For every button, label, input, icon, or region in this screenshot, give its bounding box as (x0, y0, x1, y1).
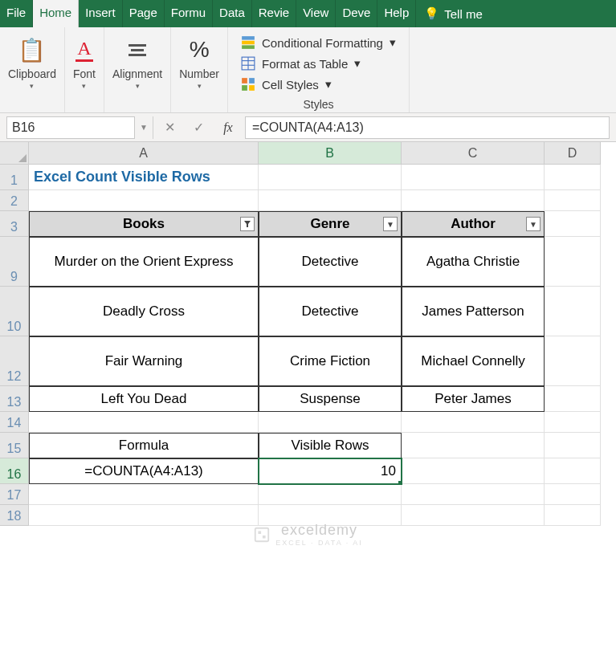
table-header-books[interactable]: Books (29, 211, 259, 237)
row-header[interactable]: 15 (0, 433, 29, 458)
cell[interactable] (402, 484, 545, 505)
format-as-table-button[interactable]: Format as Table ▾ (241, 53, 361, 74)
cell[interactable] (545, 190, 601, 211)
row-header[interactable]: 9 (0, 237, 29, 287)
svg-rect-11 (255, 527, 269, 541)
formula-input[interactable] (245, 116, 610, 139)
cell[interactable] (29, 484, 259, 505)
cell[interactable] (402, 165, 545, 190)
tab-formulas[interactable]: Formu (165, 0, 213, 27)
row-header[interactable]: 2 (0, 190, 29, 211)
row-header[interactable]: 12 (0, 336, 29, 386)
cell[interactable] (545, 336, 601, 386)
chevron-down-icon[interactable]: ▾ (198, 82, 202, 90)
cell[interactable] (402, 412, 545, 433)
tell-me-search[interactable]: 💡 Tell me (416, 0, 491, 27)
cell[interactable] (259, 165, 402, 190)
col-header-c[interactable]: C (402, 142, 545, 165)
cell[interactable] (545, 433, 601, 458)
cell[interactable] (29, 190, 259, 211)
tab-review[interactable]: Revie (252, 0, 296, 27)
table-cell[interactable]: Deadly Cross (29, 287, 259, 336)
filter-dropdown-icon[interactable]: ▼ (526, 217, 541, 231)
name-box[interactable] (6, 116, 135, 139)
cell[interactable] (259, 190, 402, 211)
tab-data[interactable]: Data (213, 0, 252, 27)
filter-dropdown-icon[interactable]: ▼ (383, 217, 398, 231)
cell[interactable] (545, 412, 601, 433)
table-cell[interactable]: Crime Fiction (259, 336, 402, 386)
cell[interactable] (545, 458, 601, 484)
chevron-down-icon[interactable]: ▾ (82, 82, 86, 90)
col-header-d[interactable]: D (545, 142, 601, 165)
tab-insert[interactable]: Insert (79, 0, 123, 27)
chevron-down-icon[interactable]: ▼ (140, 123, 148, 132)
row-header[interactable]: 1 (0, 165, 29, 190)
cell-styles-button[interactable]: Cell Styles ▾ (241, 74, 332, 95)
group-alignment[interactable]: Alignment ▾ (104, 27, 171, 112)
tab-help[interactable]: Help (377, 0, 416, 27)
confirm-formula-button[interactable]: ✓ (187, 116, 211, 139)
svg-rect-7 (242, 78, 247, 83)
svg-rect-2 (242, 45, 255, 49)
table-cell[interactable]: Detective (259, 287, 402, 336)
cell[interactable] (545, 165, 601, 190)
select-all-corner[interactable] (0, 142, 29, 165)
row-header[interactable]: 10 (0, 287, 29, 336)
cell[interactable] (402, 458, 545, 484)
row-header[interactable]: 16 (0, 458, 29, 484)
cell[interactable] (259, 412, 402, 433)
cell[interactable] (545, 386, 601, 412)
table-cell[interactable]: Suspense (259, 386, 402, 412)
chevron-down-icon[interactable]: ▾ (30, 82, 34, 90)
spreadsheet-grid[interactable]: A B C D 1 2 3 9 10 12 13 14 15 16 17 18 … (0, 142, 616, 592)
fx-icon[interactable]: fx (216, 116, 240, 139)
conditional-formatting-button[interactable]: Conditional Formatting ▾ (241, 32, 396, 53)
cell[interactable] (545, 484, 601, 505)
watermark-sub: EXCEL · DATA · AI (275, 539, 362, 547)
cell[interactable] (545, 211, 601, 237)
tab-view[interactable]: View (296, 0, 336, 27)
row-header[interactable]: 13 (0, 386, 29, 412)
row-header[interactable]: 3 (0, 211, 29, 237)
group-number[interactable]: % Number ▾ (171, 27, 228, 112)
table-cell[interactable]: James Patterson (402, 287, 545, 336)
ribbon: 📋 Clipboard ▾ A Font ▾ Alignment ▾ % Num… (0, 27, 616, 113)
cell[interactable] (545, 287, 601, 336)
table-cell[interactable]: Murder on the Orient Express (29, 237, 259, 287)
selected-cell-b16[interactable]: 10 (259, 458, 402, 484)
table-cell[interactable]: Fair Warning (29, 336, 259, 386)
cell[interactable] (29, 412, 259, 433)
table-cell[interactable]: Michael Connelly (402, 336, 545, 386)
cell[interactable] (545, 237, 601, 287)
cell-styles-label: Cell Styles (262, 78, 319, 92)
tab-home[interactable]: Home (33, 0, 79, 27)
table-cell[interactable]: Detective (259, 237, 402, 287)
table-cell[interactable]: Left You Dead (29, 386, 259, 412)
group-clipboard[interactable]: 📋 Clipboard ▾ (0, 27, 65, 112)
col-header-a[interactable]: A (29, 142, 259, 165)
row-header[interactable]: 17 (0, 484, 29, 505)
cell[interactable] (402, 190, 545, 211)
tab-file[interactable]: File (0, 0, 33, 27)
title-cell[interactable]: Excel Count Visible Rows (29, 165, 259, 190)
header-label: Books (123, 216, 165, 232)
table-header-genre[interactable]: Genre▼ (259, 211, 402, 237)
table-cell[interactable]: Agatha Christie (402, 237, 545, 287)
cancel-formula-button[interactable]: ✕ (158, 116, 182, 139)
cell[interactable] (259, 484, 402, 505)
chevron-down-icon[interactable]: ▾ (136, 82, 140, 90)
group-font[interactable]: A Font ▾ (65, 27, 104, 112)
table-cell[interactable]: Peter James (402, 386, 545, 412)
col-header-b[interactable]: B (259, 142, 402, 165)
row-header[interactable]: 14 (0, 412, 29, 433)
cell[interactable] (402, 433, 545, 458)
table-header-author[interactable]: Author▼ (402, 211, 545, 237)
lightbulb-icon: 💡 (424, 6, 439, 21)
label-formula[interactable]: Formula (29, 433, 259, 458)
cell-formula-text[interactable]: =COUNTA(A4:A13) (29, 458, 259, 484)
filter-active-icon[interactable] (240, 217, 255, 231)
label-visible-rows[interactable]: Visible Rows (259, 433, 402, 458)
tab-page[interactable]: Page (123, 0, 165, 27)
tab-developer[interactable]: Deve (336, 0, 377, 27)
